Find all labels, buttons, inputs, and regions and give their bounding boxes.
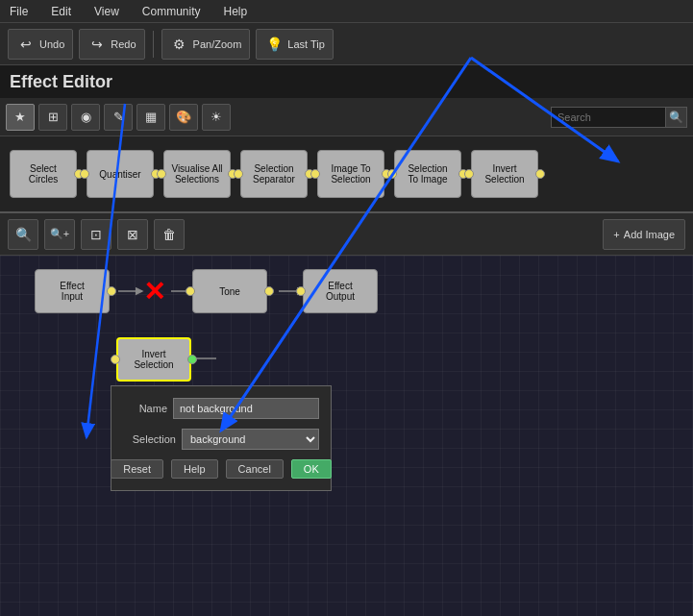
dialog-help-button[interactable]: Help bbox=[171, 459, 218, 479]
dialog-name-input[interactable] bbox=[173, 398, 319, 419]
palette-node-select-circles[interactable]: SelectCircles bbox=[10, 150, 77, 198]
redo-icon: ↪ bbox=[87, 35, 107, 54]
node-output-connector bbox=[264, 286, 274, 296]
last-tip-button[interactable]: 💡 Last Tip bbox=[256, 29, 334, 60]
pan-zoom-button[interactable]: ⚙ Pan/Zoom bbox=[161, 29, 251, 60]
menu-file[interactable]: File bbox=[6, 3, 32, 20]
undo-button[interactable]: ↩ Undo bbox=[8, 29, 73, 60]
pan-zoom-icon: ⚙ bbox=[170, 35, 189, 54]
page-title: Effect Editor bbox=[0, 65, 693, 98]
redo-label: Redo bbox=[111, 38, 136, 50]
dialog-name-label: Name bbox=[123, 403, 167, 414]
node-input-connector bbox=[111, 355, 120, 364]
node-connector-left bbox=[157, 169, 166, 179]
zoom-in-icon: 🔍+ bbox=[50, 228, 69, 240]
zoom-out-icon: 🔍 bbox=[15, 227, 32, 242]
node-input-connector bbox=[296, 286, 306, 296]
workflow-node-effect-output[interactable]: EffectOutput bbox=[303, 269, 378, 313]
dialog-buttons: Reset Help Cancel OK bbox=[123, 459, 319, 479]
add-image-icon: + bbox=[613, 229, 619, 240]
palette-btn-pencil[interactable]: ✎ bbox=[104, 104, 133, 131]
dialog-selection-row: Selection background foreground none bbox=[123, 429, 319, 450]
dialog-cancel-button[interactable]: Cancel bbox=[226, 459, 284, 479]
node-palette-bar: ★ ⊞ ◉ ✎ ▦ 🎨 ☀ 🔍 bbox=[0, 98, 693, 136]
menu-edit[interactable]: Edit bbox=[47, 3, 75, 20]
menu-community[interactable]: Community bbox=[138, 3, 205, 20]
main-canvas[interactable]: EffectInput ✕ Tone EffectOutput InvertSe… bbox=[0, 256, 693, 616]
node-output-connector bbox=[107, 286, 116, 296]
workflow-node-tone[interactable]: Tone bbox=[192, 269, 267, 313]
toolbar: ↩ Undo ↪ Redo ⚙ Pan/Zoom 💡 Last Tip bbox=[0, 23, 693, 65]
dialog-selection-select[interactable]: background foreground none bbox=[182, 429, 319, 450]
palette-node-selection-separator[interactable]: SelectionSeparator bbox=[240, 150, 308, 198]
node-connector-left bbox=[464, 169, 474, 179]
search-button[interactable]: 🔍 bbox=[666, 107, 687, 128]
arrange-button[interactable]: ⊡ bbox=[81, 219, 111, 250]
last-tip-label: Last Tip bbox=[287, 38, 325, 50]
palette-node-invert-selection[interactable]: InvertSelection bbox=[471, 150, 538, 198]
palette-node-selection-to-image[interactable]: SelectionTo Image bbox=[394, 150, 461, 198]
menu-bar: File Edit View Community Help bbox=[0, 0, 693, 23]
node-connector-left bbox=[387, 169, 397, 179]
add-image-button[interactable]: + Add Image bbox=[603, 219, 685, 250]
dialog-selection-label: Selection bbox=[123, 433, 176, 445]
palette-btn-table[interactable]: ▦ bbox=[136, 104, 165, 131]
workflow-node-cross: ✕ bbox=[136, 273, 172, 309]
palette-btn-circle[interactable]: ◉ bbox=[71, 104, 100, 131]
palette-btn-grid[interactable]: ⊞ bbox=[38, 104, 67, 131]
palette-node-quantiser[interactable]: Quantiser bbox=[87, 150, 154, 198]
palette-btn-star[interactable]: ★ bbox=[6, 104, 35, 131]
dialog-ok-button[interactable]: OK bbox=[291, 459, 332, 479]
add-image-label: Add Image bbox=[624, 229, 675, 240]
node-connector-left bbox=[234, 169, 243, 179]
palette-btn-palette[interactable]: 🎨 bbox=[169, 104, 198, 131]
arrange-alt-button[interactable]: ⊠ bbox=[117, 219, 148, 250]
delete-button[interactable]: 🗑 bbox=[154, 219, 185, 250]
undo-label: Undo bbox=[39, 38, 64, 50]
palette-node-visualise-all-selections[interactable]: Visualise AllSelections bbox=[163, 150, 231, 198]
redo-button[interactable]: ↪ Redo bbox=[79, 29, 144, 60]
arrange-alt-icon: ⊠ bbox=[127, 227, 138, 242]
arrange-icon: ⊡ bbox=[90, 227, 102, 242]
zoom-in-button[interactable]: 🔍+ bbox=[44, 219, 75, 250]
undo-icon: ↩ bbox=[16, 35, 36, 54]
menu-help[interactable]: Help bbox=[220, 3, 252, 20]
workflow-node-invert-selection[interactable]: InvertSelection bbox=[116, 337, 191, 382]
node-connector-left bbox=[80, 169, 89, 179]
node-connector-right bbox=[535, 169, 545, 179]
workflow-node-effect-input[interactable]: EffectInput bbox=[35, 269, 110, 313]
node-output-connector-green bbox=[187, 355, 197, 364]
tip-icon: 💡 bbox=[264, 35, 284, 54]
palette-btn-sun[interactable]: ☀ bbox=[202, 104, 231, 131]
canvas-controls: 🔍 🔍+ ⊡ ⊠ 🗑 + Add Image bbox=[0, 213, 693, 256]
dialog-name-row: Name bbox=[123, 398, 319, 419]
node-strip: SelectCircles Quantiser Visualise AllSel… bbox=[0, 136, 693, 213]
dialog-reset-button[interactable]: Reset bbox=[111, 459, 163, 479]
pan-zoom-label: Pan/Zoom bbox=[193, 38, 242, 50]
invert-selection-dialog: Name Selection background foreground non… bbox=[111, 385, 332, 491]
search-input[interactable] bbox=[551, 107, 666, 128]
delete-icon: 🗑 bbox=[162, 227, 176, 242]
toolbar-separator-1 bbox=[153, 31, 154, 58]
menu-view[interactable]: View bbox=[90, 3, 123, 20]
node-connector-left bbox=[310, 169, 320, 179]
node-input-connector bbox=[186, 286, 195, 296]
zoom-out-button[interactable]: 🔍 bbox=[8, 219, 38, 250]
palette-node-image-to-selection[interactable]: Image ToSelection bbox=[317, 150, 384, 198]
search-box: 🔍 bbox=[551, 107, 687, 128]
